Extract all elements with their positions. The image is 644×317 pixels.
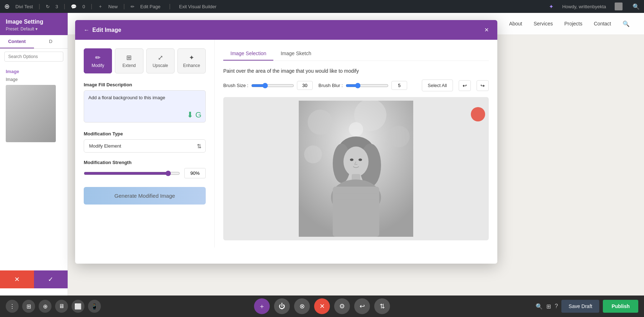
modify-icon: ✏ — [87, 54, 109, 62]
strength-input[interactable] — [184, 168, 206, 178]
generate-button[interactable]: Generate Modified Image — [84, 187, 206, 205]
strength-slider[interactable] — [84, 170, 180, 176]
undo-button[interactable]: ↩ — [459, 80, 471, 91]
brush-size-label: Brush Size : — [223, 83, 248, 88]
comments-count: 0 — [82, 4, 85, 9]
brush-blur-value[interactable] — [391, 81, 407, 90]
bottom-layers-icon[interactable]: ⊞ — [546, 303, 551, 310]
svg-point-4 — [304, 145, 322, 163]
sidebar-delete-button[interactable]: ✕ — [0, 270, 34, 288]
bottom-right-buttons: 🔍 ⊞ ? Save Draft Publish — [536, 300, 638, 313]
right-panel: Image Selection Image Sketch Paint over … — [215, 40, 497, 248]
left-sidebar: Image Setting Preset: Default ▾ Content … — [0, 13, 68, 317]
edit-image-modal: ← Edit Image × ✏ Modify ⊞ Extend — [75, 20, 497, 264]
settings-button[interactable]: ⚙ — [334, 298, 350, 314]
image-tabs: Image Selection Image Sketch — [223, 47, 489, 61]
svg-point-3 — [388, 126, 410, 147]
tab-content[interactable]: Content — [0, 35, 34, 48]
columns-button[interactable]: ⇅ — [374, 298, 390, 314]
power-button[interactable]: ⏻ — [274, 298, 290, 314]
close-button[interactable]: ✕ — [314, 298, 330, 314]
svg-point-11 — [350, 159, 353, 161]
revisions-count: 3 — [55, 4, 58, 9]
brush-blur-group: Brush Blur : — [318, 81, 407, 90]
strength-row — [84, 168, 206, 178]
edit-page-icon: ✏ — [131, 4, 135, 9]
chevron-down-icon: ▾ — [35, 27, 38, 32]
description-textarea-wrapper: Add a floral background to this image ⬇ … — [84, 90, 206, 124]
modal-close-button[interactable]: × — [484, 26, 489, 34]
sidebar-title: Image Setting — [6, 19, 62, 25]
redo-button[interactable]: ↪ — [477, 80, 489, 91]
bottom-mobile-button[interactable]: 📱 — [88, 300, 101, 313]
tab-image-selection[interactable]: Image Selection — [223, 47, 273, 61]
upscale-icon: ⤢ — [150, 54, 171, 62]
brush-size-slider[interactable] — [251, 83, 294, 88]
bottom-tool-left: ⋮ ⊞ ⊕ 🖥 ⬜ 📱 — [6, 300, 101, 313]
modal-body: ✏ Modify ⊞ Extend ⤢ Upscale ✦ Enhance — [75, 40, 497, 248]
sidebar-preset[interactable]: Preset: Default ▾ — [6, 27, 62, 32]
bottom-help-icon[interactable]: ? — [555, 303, 558, 309]
sidebar-bottom-buttons: ✕ ✓ — [0, 270, 68, 288]
tool-buttons: ✏ Modify ⊞ Extend ⤢ Upscale ✦ Enhance — [84, 48, 206, 73]
bottom-toolbar: ⋮ ⊞ ⊕ 🖥 ⬜ 📱 ＋ ⏻ ⊗ ✕ ⚙ ↩ ⇅ 🔍 ⊞ ? Save Dra… — [0, 296, 644, 317]
new-label[interactable]: New — [108, 4, 118, 9]
top-bar: ⊕ Divi Test | ↻ 3 | 💬 0 | ＋ New | ✏ Edit… — [0, 0, 644, 13]
brush-cursor — [471, 107, 485, 121]
brush-size-value[interactable] — [297, 81, 313, 90]
svg-point-1 — [308, 110, 333, 135]
howdy-label: Howdy, writtenbyekta — [562, 4, 606, 9]
bottom-menu-button[interactable]: ⋮ — [6, 300, 19, 313]
grammarly-icon[interactable]: G — [195, 110, 201, 120]
sep5: | — [169, 3, 170, 10]
brush-size-group: Brush Size : — [223, 81, 313, 90]
sidebar-tabs: Content D — [0, 35, 68, 49]
wp-logo-icon: ⊕ — [4, 3, 10, 10]
tool-upscale-button[interactable]: ⤢ Upscale — [146, 48, 175, 73]
modal-overlay: ← Edit Image × ✏ Modify ⊞ Extend — [68, 13, 644, 296]
save-draft-button[interactable]: Save Draft — [561, 300, 599, 313]
exit-builder-label[interactable]: Exit Visual Builder — [179, 4, 217, 9]
mod-type-select[interactable]: Modify Element Replace Element Remove El… — [84, 139, 206, 153]
tool-enhance-button[interactable]: ✦ Enhance — [177, 48, 206, 73]
publish-button[interactable]: Publish — [603, 300, 638, 313]
brush-blur-slider[interactable] — [346, 83, 389, 88]
search-icon-top[interactable]: 🔍 — [633, 3, 640, 10]
sidebar-search-area — [0, 49, 68, 64]
bottom-search-icon[interactable]: 🔍 — [536, 303, 543, 310]
select-all-button[interactable]: Select All — [422, 80, 453, 91]
tab-image-sketch[interactable]: Image Sketch — [273, 47, 318, 61]
image-canvas[interactable] — [223, 97, 489, 240]
modification-strength-section: Modification Strength — [84, 160, 206, 178]
enhance-icon: ✦ — [181, 54, 203, 62]
mod-type-label: Modification Type — [84, 131, 206, 136]
sidebar-image-section: Image Image — [0, 64, 68, 147]
description-section: Image Fill Description Add a floral back… — [84, 82, 206, 124]
history-button[interactable]: ↩ — [354, 298, 370, 314]
trash-button[interactable]: ⊗ — [294, 298, 310, 314]
avatar — [615, 3, 623, 10]
brush-controls: Brush Size : Brush Blur : Select All ↩ ↪ — [223, 80, 489, 91]
sep2: | — [64, 3, 65, 10]
bottom-tablet-button[interactable]: ⬜ — [72, 300, 84, 313]
description-label: Image Fill Description — [84, 82, 206, 87]
tool-modify-button[interactable]: ✏ Modify — [84, 48, 112, 73]
bottom-desktop-button[interactable]: 🖥 — [55, 300, 68, 313]
textarea-tool-icons: ⬇ G — [187, 110, 201, 120]
sidebar-search-input[interactable] — [4, 52, 63, 62]
revisions-icon: ↻ — [46, 4, 50, 9]
modal-back-button[interactable]: ← Edit Image — [84, 27, 121, 33]
bottom-grid-button[interactable]: ⊞ — [22, 300, 35, 313]
add-module-button[interactable]: ＋ — [254, 298, 270, 314]
edit-page-label[interactable]: Edit Page — [140, 4, 160, 9]
modification-type-section: Modification Type Modify Element Replace… — [84, 131, 206, 153]
tool-extend-button[interactable]: ⊞ Extend — [115, 48, 143, 73]
bottom-search-button[interactable]: ⊕ — [39, 300, 52, 313]
canvas-image — [299, 101, 413, 237]
sidebar-confirm-button[interactable]: ✓ — [34, 270, 68, 288]
ai-sparkle-icon: ✦ — [549, 3, 553, 10]
tab-design[interactable]: D — [34, 35, 68, 48]
sidebar-image-label: Image — [6, 69, 62, 74]
brush-blur-label: Brush Blur : — [318, 83, 343, 88]
grammarly-download-icon[interactable]: ⬇ — [187, 110, 193, 120]
